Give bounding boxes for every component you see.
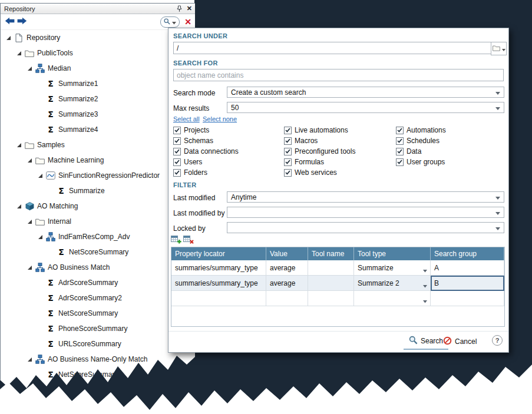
expander-icon[interactable] xyxy=(36,173,45,178)
tree-item-ao-matching[interactable]: AO Matching xyxy=(1,198,196,214)
search-button[interactable]: Search xyxy=(404,334,448,350)
checkbox-box[interactable] xyxy=(284,158,292,166)
select-none-link[interactable]: Select none xyxy=(203,115,237,122)
checkbox-box[interactable] xyxy=(284,148,292,155)
cell-property-locator-row2[interactable]: summaries/summary_type xyxy=(171,276,266,291)
help-button[interactable]: ? xyxy=(492,335,503,346)
last-modified-select[interactable]: Anytime xyxy=(227,191,504,203)
tree-item-repository[interactable]: Repository xyxy=(1,30,196,45)
checkbox-box[interactable] xyxy=(284,137,292,145)
checkbox-box[interactable] xyxy=(173,169,181,177)
search-mode-select[interactable]: Create a custom search xyxy=(227,87,504,98)
tree-item-phonescoresummary[interactable]: ΣPhoneScoreSummary xyxy=(1,321,196,336)
forward-arrow-icon[interactable] xyxy=(17,16,27,27)
checkbox-macros[interactable]: Macros xyxy=(284,135,355,146)
checkbox-schemas[interactable]: Schemas xyxy=(173,135,239,146)
checkbox-box[interactable] xyxy=(396,127,404,134)
tree-item-publictools[interactable]: PublicTools xyxy=(1,45,196,61)
select-all-link[interactable]: Select all xyxy=(173,115,200,122)
expander-icon[interactable] xyxy=(15,143,24,148)
expander-icon[interactable] xyxy=(25,265,34,270)
close-icon[interactable]: ✕ xyxy=(187,5,192,12)
checkbox-box[interactable] xyxy=(284,127,292,134)
expander-icon[interactable] xyxy=(15,51,24,56)
tree-item-indfamrescomp-adv[interactable]: IndFamResComp_Adv xyxy=(1,229,196,244)
clear-search-icon[interactable]: ✕ xyxy=(184,18,191,26)
checkbox-box[interactable] xyxy=(173,127,181,134)
tree-item-samples[interactable]: Samples xyxy=(1,137,196,153)
checkbox-web-services[interactable]: Web services xyxy=(284,167,355,178)
chevron-down-icon[interactable] xyxy=(423,281,427,290)
tree-item-summarize3[interactable]: ΣSummarize3 xyxy=(1,107,196,122)
cell-tool-name-row2[interactable] xyxy=(308,276,354,291)
checkbox-box[interactable] xyxy=(396,137,404,145)
tree-search-dropdown[interactable] xyxy=(160,16,180,28)
tree-item-median[interactable]: Median xyxy=(1,61,196,76)
checkbox-schedules[interactable]: Schedules xyxy=(396,135,446,146)
checkbox-box[interactable] xyxy=(284,169,292,177)
checkbox-projects[interactable]: Projects xyxy=(173,125,239,135)
cell-tool-type-row3[interactable] xyxy=(354,291,431,306)
tree-item-summarize4[interactable]: ΣSummarize4 xyxy=(1,122,196,137)
checkbox-live-automations[interactable]: Live automations xyxy=(284,125,355,135)
checkbox-box[interactable] xyxy=(173,158,181,166)
tree-item-adrscoresummary2[interactable]: ΣAdrScoreSummary2 xyxy=(1,290,196,306)
tree-item-ao-business-name-only-match[interactable]: AO Business Name-Only Match xyxy=(1,352,196,367)
tree-item-ao-business-match[interactable]: AO Business Match xyxy=(1,260,196,275)
tree-item-netscoresummary[interactable]: ΣNetScoreSummary xyxy=(1,306,196,321)
tree-item-summarize1[interactable]: ΣSummarize1 xyxy=(1,76,196,91)
back-arrow-icon[interactable] xyxy=(5,16,15,27)
tree-item-summarize2[interactable]: ΣSummarize2 xyxy=(1,91,196,107)
checkbox-users[interactable]: Users xyxy=(173,157,239,167)
search-under-input[interactable] xyxy=(173,42,494,54)
expander-icon[interactable] xyxy=(25,357,34,362)
cell-value-row1[interactable]: average xyxy=(266,260,308,276)
locked-by-select[interactable] xyxy=(227,222,504,233)
chevron-down-icon[interactable] xyxy=(423,297,427,305)
tree-item-netscoresummary[interactable]: ΣNetScoreSummary xyxy=(1,244,196,260)
cell-search-group-row2[interactable]: B xyxy=(431,276,504,291)
tree-item-internal[interactable]: Internal xyxy=(1,214,196,229)
cell-value-row2[interactable]: average xyxy=(266,276,308,291)
cell-property-locator-row1[interactable]: summaries/summary_type xyxy=(171,260,266,276)
cell-property-locator-row3[interactable] xyxy=(171,291,266,306)
cancel-button[interactable]: Cancel xyxy=(443,336,477,347)
max-results-select[interactable]: 50 xyxy=(227,102,504,113)
checkbox-data[interactable]: Data xyxy=(396,146,446,157)
tree-item-machine-learning[interactable]: Machine Learning xyxy=(1,153,196,168)
checkbox-box[interactable] xyxy=(396,148,404,155)
add-row-button[interactable] xyxy=(171,235,181,244)
cell-tool-type-row1[interactable]: Summarize xyxy=(354,260,431,276)
checkbox-data-connections[interactable]: Data connections xyxy=(173,146,239,157)
expander-icon[interactable] xyxy=(36,234,45,240)
checkbox-folders[interactable]: Folders xyxy=(173,167,239,178)
browse-folder-button[interactable] xyxy=(491,42,507,55)
cell-tool-type-row2[interactable]: Summarize 2 xyxy=(354,276,431,291)
pin-icon[interactable] xyxy=(177,5,182,12)
expander-icon[interactable] xyxy=(25,219,34,224)
search-for-input[interactable] xyxy=(173,69,504,81)
expander-icon[interactable] xyxy=(25,66,34,71)
last-modified-by-select[interactable] xyxy=(227,207,504,218)
checkbox-user-groups[interactable]: User groups xyxy=(396,157,446,167)
cell-value-row3[interactable] xyxy=(266,291,308,306)
checkbox-formulas[interactable]: Formulas xyxy=(284,157,355,167)
cell-tool-name-row1[interactable] xyxy=(308,260,354,276)
expander-icon[interactable] xyxy=(4,35,13,41)
chevron-down-icon[interactable] xyxy=(423,266,427,274)
delete-row-button[interactable] xyxy=(183,235,194,244)
tree-item-summarize[interactable]: ΣSummarize xyxy=(1,183,196,198)
cell-search-group-row1[interactable]: A xyxy=(431,260,504,276)
cell-tool-name-row3[interactable] xyxy=(308,291,354,306)
tree-item-adrscoresummary[interactable]: ΣAdrScoreSummary xyxy=(1,275,196,290)
checkbox-box[interactable] xyxy=(173,148,181,155)
checkbox-preconfigured-tools[interactable]: Preconfigured tools xyxy=(284,146,355,157)
tree-item-urlscoresummary[interactable]: ΣURLScoreSummary xyxy=(1,336,196,352)
expander-icon[interactable] xyxy=(25,158,34,163)
tree-item-sinfunctionregressionpredictor[interactable]: SinFunctionRegressionPredictor xyxy=(1,168,196,183)
checkbox-automations[interactable]: Automations xyxy=(396,125,446,135)
expander-icon[interactable] xyxy=(15,204,24,209)
cell-search-group-row3[interactable] xyxy=(431,291,504,306)
checkbox-box[interactable] xyxy=(173,137,181,145)
checkbox-box[interactable] xyxy=(396,158,404,166)
